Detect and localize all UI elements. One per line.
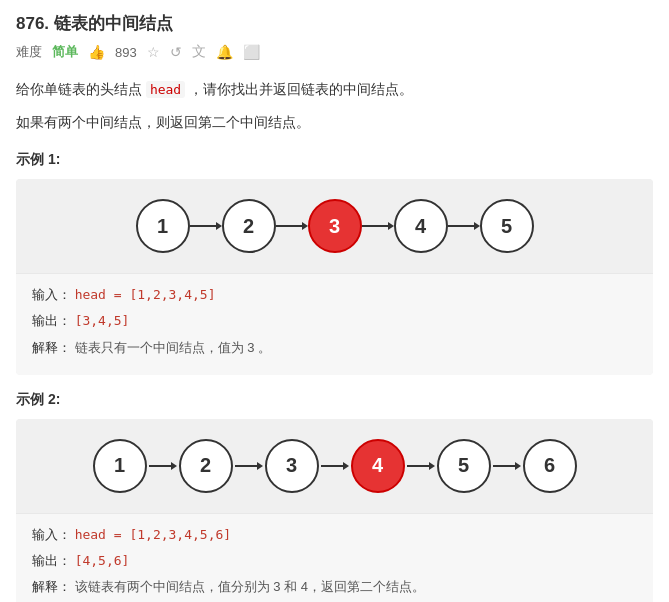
example1-output-val: [3,4,5] — [75, 313, 130, 328]
example1-visual: 1 2 3 4 5 — [16, 179, 653, 273]
star-icon[interactable]: ☆ — [147, 44, 160, 60]
node2-1: 1 — [93, 439, 147, 493]
title-row: 876. 链表的中间结点 — [16, 12, 653, 35]
difficulty-value: 简单 — [52, 43, 78, 61]
example1-explain: 解释： 链表只有一个中间结点，值为 3 。 — [32, 337, 637, 359]
example1-input-val: head = [1,2,3,4,5] — [75, 287, 216, 302]
arrow2-5 — [491, 458, 523, 474]
node2-6: 6 — [523, 439, 577, 493]
node2-2: 2 — [179, 439, 233, 493]
example1-input: 输入： head = [1,2,3,4,5] — [32, 284, 637, 306]
arrow-3 — [362, 218, 394, 234]
node2-4: 4 — [351, 439, 405, 493]
svg-marker-13 — [343, 462, 349, 470]
example1-input-label: 输入： — [32, 287, 71, 302]
node2-3: 3 — [265, 439, 319, 493]
example1-box: 1 2 3 4 5 输入： head = [1 — [16, 179, 653, 374]
node-5: 5 — [480, 199, 534, 253]
example2-info: 输入： head = [1,2,3,4,5,6] 输出： [4,5,6] 解释：… — [16, 513, 653, 602]
example2-box: 1 2 3 4 5 6 — [16, 419, 653, 602]
svg-marker-5 — [388, 222, 394, 230]
example1-explain-label: 解释： — [32, 340, 71, 355]
bell-icon[interactable]: 🔔 — [216, 44, 233, 60]
thumb-icon: 👍 — [88, 44, 105, 60]
code-head: head — [146, 81, 185, 98]
arrow-4 — [448, 218, 480, 234]
example2-input: 输入： head = [1,2,3,4,5,6] — [32, 524, 637, 546]
example2-explain-val: 该链表有两个中间结点，值分别为 3 和 4，返回第二个结点。 — [75, 579, 425, 594]
example2-input-label: 输入： — [32, 527, 71, 542]
example1-info: 输入： head = [1,2,3,4,5] 输出： [3,4,5] 解释： 链… — [16, 273, 653, 374]
example1-title: 示例 1: — [16, 151, 653, 169]
example2-output-val: [4,5,6] — [75, 553, 130, 568]
example1-output-label: 输出： — [32, 313, 71, 328]
example2-explain: 解释： 该链表有两个中间结点，值分别为 3 和 4，返回第二个结点。 — [32, 576, 637, 598]
share-icon[interactable]: ⬜ — [243, 44, 260, 60]
node-2: 2 — [222, 199, 276, 253]
example1-output: 输出： [3,4,5] — [32, 310, 637, 332]
page-container: 876. 链表的中间结点 难度 简单 👍 893 ☆ ↺ 文 🔔 ⬜ 给你单链表… — [0, 0, 669, 602]
svg-marker-9 — [171, 462, 177, 470]
like-count: 893 — [115, 45, 137, 60]
desc1-text: 给你单链表的头结点 — [16, 81, 142, 97]
arrow2-4 — [405, 458, 437, 474]
node-4: 4 — [394, 199, 448, 253]
example2-visual: 1 2 3 4 5 6 — [16, 419, 653, 513]
svg-marker-15 — [429, 462, 435, 470]
svg-marker-7 — [474, 222, 480, 230]
translate-icon[interactable]: 文 — [192, 43, 206, 61]
example1-explain-val: 链表只有一个中间结点，值为 3 。 — [75, 340, 271, 355]
description-line2: 如果有两个中间结点，则返回第二个中间结点。 — [16, 110, 653, 135]
arrow-2 — [276, 218, 308, 234]
arrow2-3 — [319, 458, 351, 474]
node-3: 3 — [308, 199, 362, 253]
refresh-icon[interactable]: ↺ — [170, 44, 182, 60]
node-1: 1 — [136, 199, 190, 253]
svg-marker-3 — [302, 222, 308, 230]
svg-marker-17 — [515, 462, 521, 470]
arrow2-2 — [233, 458, 265, 474]
node2-5: 5 — [437, 439, 491, 493]
example2-output: 输出： [4,5,6] — [32, 550, 637, 572]
page-title: 876. 链表的中间结点 — [16, 12, 173, 35]
example2-output-label: 输出： — [32, 553, 71, 568]
desc2-text: ，请你找出并返回链表的中间结点。 — [189, 81, 413, 97]
svg-marker-11 — [257, 462, 263, 470]
difficulty-label: 难度 — [16, 43, 42, 61]
description-line1: 给你单链表的头结点 head ，请你找出并返回链表的中间结点。 — [16, 77, 653, 102]
desc3-text: 如果有两个中间结点，则返回第二个中间结点。 — [16, 114, 310, 130]
example2-explain-label: 解释： — [32, 579, 71, 594]
example2-title: 示例 2: — [16, 391, 653, 409]
svg-marker-1 — [216, 222, 222, 230]
example2-input-val: head = [1,2,3,4,5,6] — [75, 527, 232, 542]
meta-row: 难度 简单 👍 893 ☆ ↺ 文 🔔 ⬜ — [16, 43, 653, 61]
arrow-1 — [190, 218, 222, 234]
arrow2-1 — [147, 458, 179, 474]
